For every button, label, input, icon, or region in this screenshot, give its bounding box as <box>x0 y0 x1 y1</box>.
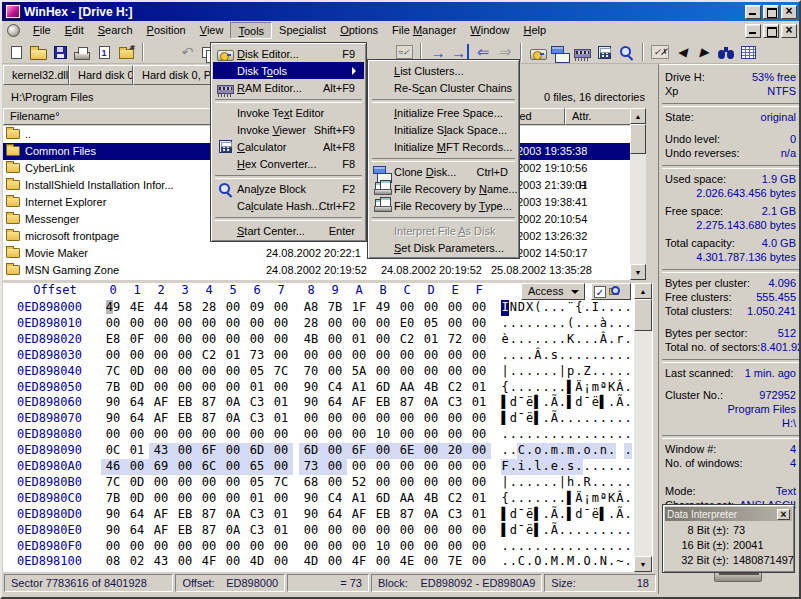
hex-char[interactable]: . <box>608 523 616 539</box>
hex-byte[interactable]: 0D <box>125 380 149 396</box>
hex-byte[interactable]: 00 <box>173 316 197 332</box>
hex-char[interactable]: . <box>526 316 534 332</box>
access-dropdown[interactable]: Access <box>521 283 585 300</box>
hex-byte[interactable]: 87 <box>197 507 221 523</box>
hex-char[interactable]: . <box>608 459 616 475</box>
hex-byte[interactable]: 01 <box>269 507 293 523</box>
hex-byte[interactable]: 00 <box>269 554 293 570</box>
hex-char[interactable]: . <box>599 459 607 475</box>
hex-char[interactable]: . <box>591 523 599 539</box>
hex-char[interactable]: . <box>558 427 566 443</box>
hex-char[interactable]: . <box>542 554 550 570</box>
menu-item-invoke-text-editor[interactable]: Invoke Text Editor <box>213 104 364 121</box>
hex-char[interactable]: . <box>591 427 599 443</box>
hex-char[interactable]: . <box>608 348 616 364</box>
hex-byte[interactable]: 52 <box>347 475 371 491</box>
grid-button[interactable] <box>737 42 759 62</box>
hex-byte[interactable]: C2 <box>443 380 467 396</box>
hex-char[interactable]: . <box>534 539 542 555</box>
hex-char[interactable]: . <box>624 411 632 427</box>
hex-char[interactable]: . <box>575 427 583 443</box>
file-row[interactable]: Movie Maker24.08.2002 20:22:12002 14:50:… <box>3 245 630 262</box>
hex-byte[interactable]: 64 <box>125 411 149 427</box>
menu-item-clone-disk[interactable]: Clone Disk...Ctrl+D <box>370 163 517 180</box>
menu-item-initialize-mft-records[interactable]: Initialize MFT Records... <box>370 138 517 155</box>
hex-byte[interactable]: 4D <box>245 554 269 570</box>
hex-byte[interactable]: 00 <box>197 539 221 555</box>
hex-byte[interactable]: 01 <box>467 491 491 507</box>
hex-char[interactable]: . <box>550 332 558 348</box>
hex-byte[interactable]: 0D <box>125 475 149 491</box>
hex-byte[interactable]: 28 <box>197 300 221 316</box>
hex-byte[interactable]: 00 <box>269 539 293 555</box>
hex-byte[interactable]: 00 <box>125 539 149 555</box>
hex-char[interactable]: . <box>542 491 550 507</box>
hex-char[interactable]: . <box>575 539 583 555</box>
hex-byte[interactable]: 00 <box>467 364 491 380</box>
hex-byte[interactable]: C3 <box>245 523 269 539</box>
hex-byte[interactable]: C3 <box>443 395 467 411</box>
menu-tools[interactable]: Tools <box>230 22 272 39</box>
hex-char[interactable]: . <box>542 539 550 555</box>
hex-byte[interactable]: 6C <box>197 459 221 475</box>
hex-char[interactable]: . <box>624 427 632 443</box>
menu-item-ram-editor[interactable]: RAM Editor...Alt+F9 <box>213 79 364 96</box>
menu-help[interactable]: Help <box>516 22 553 39</box>
hex-char[interactable]: . <box>526 459 534 475</box>
hex-char[interactable]: Ã <box>616 395 624 411</box>
menu-item-initialize-slack-space[interactable]: Initialize Slack Space... <box>370 121 517 138</box>
hex-byte[interactable]: 00 <box>323 523 347 539</box>
hex-char[interactable]: ¡ <box>583 491 591 507</box>
menu-item-calculate-hash[interactable]: Calculate Hash...Ctrl+F2 <box>213 197 364 214</box>
hex-char[interactable]: . <box>583 348 591 364</box>
hex-char[interactable]: Â <box>616 380 624 396</box>
hex-char[interactable]: . <box>517 332 525 348</box>
hex-byte[interactable]: 0A <box>221 395 245 411</box>
hex-char[interactable]: ë <box>526 507 534 523</box>
hex-char[interactable]: . <box>599 523 607 539</box>
hex-char[interactable]: . <box>616 427 624 443</box>
hex-byte[interactable]: 7B <box>101 491 125 507</box>
hex-byte[interactable]: 00 <box>101 539 125 555</box>
hex-char[interactable]: { <box>575 300 583 316</box>
hex-byte[interactable]: 00 <box>323 554 347 570</box>
hex-byte[interactable]: 00 <box>323 443 347 459</box>
hex-char[interactable]: . <box>509 364 517 380</box>
hex-byte[interactable]: 10 <box>371 427 395 443</box>
hex-char[interactable]: . <box>616 539 624 555</box>
hex-char[interactable]: . <box>567 411 575 427</box>
hex-char[interactable]: ¯ <box>583 395 591 411</box>
hex-char[interactable]: D <box>517 300 525 316</box>
hex-char[interactable]: . <box>550 475 558 491</box>
hex-char[interactable]: . <box>616 459 624 475</box>
new-file-button[interactable] <box>5 42 27 62</box>
hex-byte[interactable]: 00 <box>125 427 149 443</box>
hex-byte[interactable]: 00 <box>173 332 197 348</box>
hex-byte[interactable]: C4 <box>323 380 347 396</box>
menu-options[interactable]: Options <box>333 22 385 39</box>
hex-byte[interactable]: 00 <box>467 427 491 443</box>
hex-byte[interactable]: 00 <box>323 332 347 348</box>
hex-byte[interactable]: 00 <box>299 411 323 427</box>
hex-char[interactable]: Ä <box>575 491 583 507</box>
hex-byte[interactable]: 05 <box>419 316 443 332</box>
hex-char[interactable]: K <box>567 332 575 348</box>
magnifier-button[interactable] <box>615 42 637 62</box>
hex-byte[interactable]: 90 <box>101 507 125 523</box>
hex-char[interactable]: ¡ <box>583 380 591 396</box>
hex-byte[interactable]: C3 <box>245 411 269 427</box>
menu-item-interpret-file-as-disk[interactable]: Interpret File As Disk <box>370 222 517 239</box>
tab-hard-disk-0[interactable]: Hard disk 0 <box>69 65 133 85</box>
hex-char[interactable]: ¨ <box>567 300 575 316</box>
hex-char[interactable]: I <box>591 300 599 316</box>
hex-byte[interactable]: 00 <box>269 300 293 316</box>
hex-char[interactable]: . <box>624 507 632 523</box>
hex-char[interactable]: i <box>517 459 525 475</box>
hex-char[interactable]: . <box>575 459 583 475</box>
hex-char[interactable]: e <box>550 459 558 475</box>
hex-char[interactable]: d <box>509 523 517 539</box>
hex-byte[interactable]: 00 <box>101 316 125 332</box>
hex-byte[interactable]: 87 <box>395 507 419 523</box>
hex-char[interactable]: o <box>534 443 542 459</box>
hex-byte[interactable]: 00 <box>197 380 221 396</box>
